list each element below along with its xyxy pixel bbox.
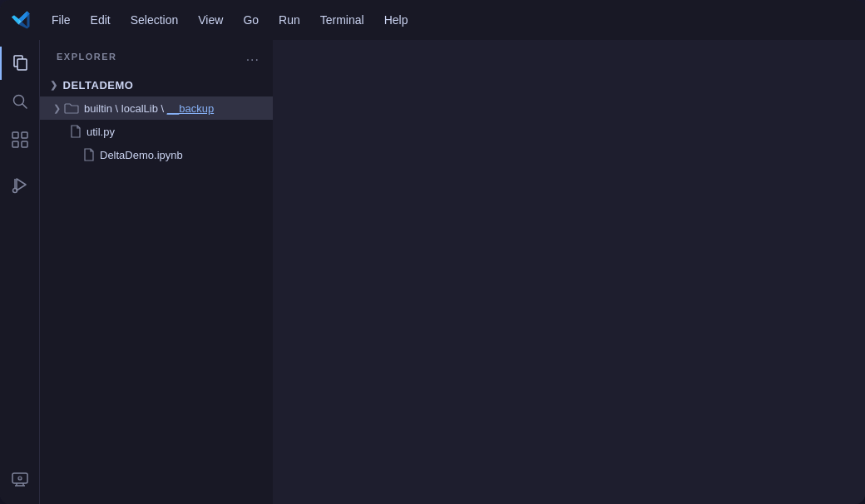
remote-explorer-icon[interactable]: [3, 462, 37, 496]
menu-view[interactable]: View: [190, 10, 231, 30]
menu-go[interactable]: Go: [235, 10, 267, 30]
activity-bar: [0, 40, 40, 504]
vscode-logo-icon: [10, 8, 33, 32]
root-folder-label: DELTADEMO: [63, 79, 134, 91]
svg-point-16: [19, 478, 20, 479]
folder-icon: [64, 102, 79, 114]
run-debug-icon[interactable]: [3, 168, 37, 201]
sidebar-content: ❯ DELTADEMO ❯ builtin \ localLib \ __ba: [40, 70, 273, 504]
svg-rect-5: [22, 132, 27, 138]
util-py-label: util.py: [86, 126, 115, 138]
svg-rect-7: [22, 141, 27, 147]
path-sep2: \: [158, 102, 167, 115]
sidebar-header: EXPLORER ...: [40, 40, 273, 70]
path-sep1: \: [112, 102, 121, 115]
chevron-down-icon: ❯: [50, 80, 58, 91]
menu-help[interactable]: Help: [376, 10, 417, 30]
tree-item-backup-folder[interactable]: ❯ builtin \ localLib \ __backup: [40, 96, 273, 120]
extensions-icon[interactable]: [3, 123, 37, 156]
tree-item-util-py[interactable]: util.py: [40, 120, 273, 143]
svg-line-3: [22, 104, 27, 108]
main-layout: EXPLORER ... ❯ DELTADEMO ❯: [0, 40, 865, 504]
sidebar: EXPLORER ... ❯ DELTADEMO ❯: [40, 40, 273, 504]
menu-bar: File Edit Selection View Go Run Terminal…: [0, 0, 865, 40]
svg-point-9: [12, 189, 17, 193]
tree-root-folder[interactable]: ❯ DELTADEMO: [40, 73, 273, 96]
search-icon[interactable]: [3, 85, 37, 118]
folder-chevron-down-icon: ❯: [53, 103, 61, 114]
svg-rect-6: [12, 141, 18, 147]
path-backup: __backup: [167, 102, 214, 115]
file-icon: [83, 148, 95, 161]
file-icon: [70, 125, 82, 138]
sidebar-title: EXPLORER: [57, 52, 117, 62]
vscode-window: File Edit Selection View Go Run Terminal…: [0, 0, 865, 504]
menu-run[interactable]: Run: [270, 10, 309, 30]
menu-selection[interactable]: Selection: [122, 10, 187, 30]
path-locallib: localLib: [121, 102, 158, 115]
backup-folder-label: builtin \ localLib \ __backup: [84, 102, 214, 115]
tree-item-deltademo-ipynb[interactable]: DeltaDemo.ipynb: [40, 143, 273, 166]
menu-edit[interactable]: Edit: [82, 10, 119, 30]
deltademo-ipynb-label: DeltaDemo.ipynb: [100, 149, 183, 161]
svg-rect-4: [12, 132, 18, 138]
tree-section-deltademo: ❯ DELTADEMO ❯ builtin \ localLib \ __ba: [40, 73, 273, 166]
explorer-icon[interactable]: [0, 47, 40, 80]
file-tree: ❯ DELTADEMO ❯ builtin \ localLib \ __ba: [40, 73, 273, 166]
editor-area: [273, 40, 865, 504]
sidebar-more-button[interactable]: ...: [246, 49, 260, 64]
menu-terminal[interactable]: Terminal: [312, 10, 373, 30]
menu-file[interactable]: File: [43, 10, 79, 30]
path-builtin: builtin: [84, 102, 112, 115]
svg-rect-1: [17, 59, 27, 70]
svg-marker-8: [17, 179, 26, 190]
